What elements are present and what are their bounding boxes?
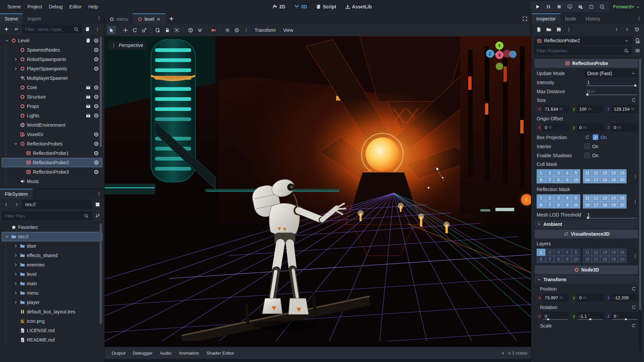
inspector-filter-input[interactable]	[537, 48, 624, 53]
visibility-toggle-icon[interactable]	[94, 94, 99, 100]
revert-icon[interactable]	[631, 323, 636, 328]
mask-bit-12[interactable]: 12	[592, 249, 600, 256]
vector-field-x[interactable]: x0m	[537, 123, 569, 131]
menu-debug[interactable]: Debug	[45, 3, 66, 11]
mask-bit-7[interactable]: 7	[545, 256, 554, 263]
slider-knob[interactable]	[586, 94, 588, 96]
mask-bit-18[interactable]: 18	[600, 201, 609, 208]
tab-node[interactable]: Node	[560, 13, 581, 23]
mask-bit-15[interactable]: 15	[618, 169, 627, 176]
bottom-panel-animation[interactable]: Animation	[175, 349, 203, 357]
mask-bit-1[interactable]: 1	[537, 249, 545, 256]
visibility-toggle-icon[interactable]	[94, 66, 99, 71]
slider-knob[interactable]	[625, 318, 627, 320]
scene-tree-item-core[interactable]: Core	[2, 83, 102, 92]
checkbox-enable-shadows[interactable]	[584, 153, 590, 158]
mask-bit-3[interactable]: 3	[554, 249, 563, 256]
scrollbar[interactable]	[100, 37, 102, 147]
fs-tree-item-door[interactable]: door	[2, 241, 102, 251]
scene-tree-item-spawnednodes[interactable]: SpawnedNodes	[2, 45, 102, 55]
axis-gizmo[interactable]: Y Z X	[485, 39, 522, 77]
play-button[interactable]	[533, 2, 543, 11]
mask-bit-8[interactable]: 8	[554, 256, 563, 263]
add-node-button[interactable]	[2, 25, 11, 34]
checkbox-box-projection[interactable]: ✓	[593, 134, 598, 140]
mask-bit-8[interactable]: 8	[554, 176, 563, 183]
attach-script-button[interactable]	[83, 25, 92, 34]
fs-tree-item-icon-png[interactable]: icon.png	[2, 316, 102, 326]
tab-inspector[interactable]: Inspector	[532, 13, 560, 23]
revert-icon[interactable]	[631, 305, 636, 310]
mask-options-button[interactable]	[633, 174, 638, 179]
scene-tab-menu[interactable]: menu	[105, 13, 133, 24]
tab-import[interactable]: Import	[23, 13, 46, 23]
mask-bit-13[interactable]: 13	[600, 249, 609, 256]
fs-tree-item-default-bus-layout-tres[interactable]: default_bus_layout.tres	[2, 307, 102, 316]
slider-knob[interactable]	[547, 318, 549, 320]
mask-bit-5[interactable]: 5	[572, 169, 580, 176]
visibility-toggle-icon[interactable]	[94, 132, 99, 137]
scene-tree-item-robotspawnpoints[interactable]: RobotSpawnpoints	[2, 55, 102, 64]
vector-field-z[interactable]: z-12.209	[606, 294, 638, 302]
mask-bit-6[interactable]: 6	[537, 201, 545, 208]
mask-bit-6[interactable]: 6	[537, 256, 545, 263]
scene-tree-item-reflectionprobe3[interactable]: ReflectionProbe3	[2, 167, 102, 177]
play-scene-button[interactable]	[576, 2, 586, 11]
expand-icon[interactable]	[13, 291, 18, 295]
scene-dock-menu-button[interactable]	[94, 13, 104, 23]
new-scene-tab-button[interactable]	[165, 13, 177, 24]
rotate-tool-button[interactable]	[130, 26, 139, 35]
save-resource-button[interactable]	[554, 25, 563, 34]
editable-scene-icon[interactable]	[86, 85, 91, 90]
version-label[interactable]: 4.3.stable	[508, 351, 528, 356]
vector-field-y[interactable]: y100m	[571, 105, 604, 113]
mask-bit-14[interactable]: 14	[609, 169, 618, 176]
slider-track[interactable]	[543, 319, 568, 320]
bottom-panel-shader-editor[interactable]: Shader Editor	[203, 349, 238, 357]
mask-options-button[interactable]	[633, 199, 638, 204]
scrollbar[interactable]	[100, 223, 102, 324]
magnet-tool-button[interactable]	[196, 26, 204, 35]
listsel-tool-button[interactable]	[154, 26, 162, 35]
vector-field-y[interactable]: y-1.1°	[571, 312, 604, 320]
vector-field-z[interactable]: z129.154m	[606, 105, 638, 113]
mask-bit-5[interactable]: 5	[572, 249, 580, 256]
mask-bit-2[interactable]: 2	[545, 169, 554, 176]
visibility-toggle-icon[interactable]	[94, 57, 99, 62]
slider-track[interactable]	[578, 319, 603, 320]
mask-bit-17[interactable]: 17	[592, 201, 600, 208]
mask-bit-5[interactable]: 5	[572, 194, 580, 201]
mask-bit-19[interactable]: 19	[609, 201, 618, 208]
visibility-toggle-icon[interactable]	[94, 104, 99, 109]
load-resource-button[interactable]	[544, 25, 553, 34]
checkbox-interior[interactable]	[584, 143, 590, 149]
fs-tree-item-menu[interactable]: menu	[2, 288, 102, 298]
bottom-panel-audio[interactable]: Audio	[156, 349, 175, 357]
close-tab-icon[interactable]	[156, 17, 161, 21]
category-reflectionprobe[interactable]: ReflectionProbe	[535, 59, 638, 68]
mask-bit-4[interactable]: 4	[563, 249, 572, 256]
play-custom-scene-button[interactable]	[586, 2, 596, 11]
scene-tree-item-voxelgi[interactable]: VoxelGI	[2, 130, 102, 139]
visibility-toggle-icon[interactable]	[94, 38, 99, 43]
number-field[interactable]: 1	[584, 211, 638, 219]
mask-bit-8[interactable]: 8	[554, 201, 563, 208]
expand-icon[interactable]	[13, 66, 18, 71]
dropdown-update-mode[interactable]: Once (Fast)	[584, 69, 638, 77]
mask-bit-18[interactable]: 18	[600, 256, 609, 263]
inspector-menu-button[interactable]	[634, 13, 644, 23]
mask-bit-13[interactable]: 13	[600, 194, 609, 201]
category-node3d[interactable]: Node3D	[535, 265, 638, 274]
mask-bit-17[interactable]: 17	[592, 256, 600, 263]
slider-track[interactable]	[586, 85, 637, 86]
fs-tree-item-license-md[interactable]: LICENSE.md	[2, 326, 102, 335]
lock-tool-button[interactable]	[163, 26, 172, 35]
expand-icon[interactable]	[13, 272, 18, 277]
editable-scene-icon[interactable]	[86, 113, 91, 118]
expand-icon[interactable]	[13, 253, 18, 258]
fs-tree-item-level[interactable]: level	[2, 269, 102, 279]
vector-field-x[interactable]: x0°	[537, 312, 569, 320]
mask-bit-9[interactable]: 9	[563, 201, 572, 208]
distraction-free-button[interactable]	[519, 13, 531, 24]
resource-options-button[interactable]	[565, 25, 573, 34]
